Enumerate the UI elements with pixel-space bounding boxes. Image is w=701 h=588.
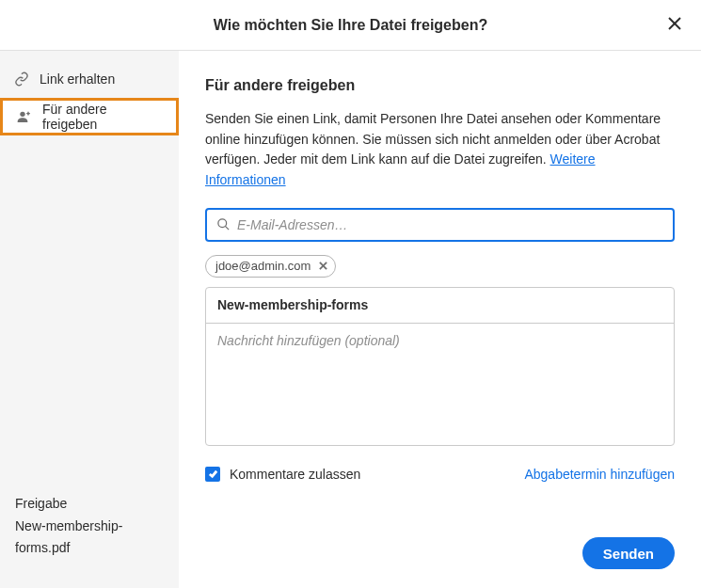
- share-label: Freigabe: [15, 493, 164, 514]
- dialog-header: Wie möchten Sie Ihre Datei freigeben?: [0, 0, 701, 51]
- svg-rect-5: [26, 113, 30, 114]
- person-add-icon: [16, 108, 33, 125]
- link-icon: [13, 71, 30, 87]
- allow-comments-checkbox[interactable]: Kommentare zulassen: [205, 467, 360, 482]
- svg-point-6: [217, 219, 226, 228]
- message-panel: New-membership-forms: [205, 287, 675, 446]
- sidebar-footer: Freigabe New-membership-forms.pdf: [0, 493, 179, 588]
- allow-comments-label: Kommentare zulassen: [230, 467, 360, 482]
- sidebar-item-label: Link erhalten: [40, 72, 115, 87]
- description-text: Senden Sie einen Link, damit Personen Ih…: [205, 109, 675, 191]
- search-icon: [215, 216, 231, 233]
- checkbox-icon: [205, 467, 220, 482]
- sidebar: Link erhalten Für andere freigeben Freig…: [0, 51, 179, 588]
- email-input-row[interactable]: [205, 208, 675, 242]
- chip-remove-button[interactable]: [316, 260, 329, 273]
- recipient-chip[interactable]: jdoe@admin.com: [205, 255, 336, 278]
- message-textarea[interactable]: [206, 324, 674, 442]
- close-icon: [668, 17, 681, 33]
- add-due-date-link[interactable]: Abgabetermin hinzufügen: [524, 467, 675, 482]
- email-input[interactable]: [237, 217, 667, 232]
- section-title: Für andere freigeben: [205, 77, 675, 94]
- send-button[interactable]: Senden: [582, 537, 675, 569]
- subject-field[interactable]: New-membership-forms: [206, 288, 674, 324]
- svg-line-7: [225, 227, 229, 230]
- sidebar-item-share-others[interactable]: Für andere freigeben: [0, 98, 179, 135]
- chip-email: jdoe@admin.com: [215, 259, 311, 273]
- close-button[interactable]: [665, 16, 684, 35]
- recipient-chips: jdoe@admin.com: [205, 255, 675, 278]
- dialog-title: Wie möchten Sie Ihre Datei freigeben?: [214, 17, 487, 34]
- main-panel: Für andere freigeben Senden Sie einen Li…: [179, 51, 701, 588]
- share-filename: New-membership-forms.pdf: [15, 516, 164, 558]
- svg-point-2: [20, 112, 24, 117]
- sidebar-item-get-link[interactable]: Link erhalten: [0, 60, 179, 98]
- sidebar-item-label: Für andere freigeben: [42, 102, 163, 132]
